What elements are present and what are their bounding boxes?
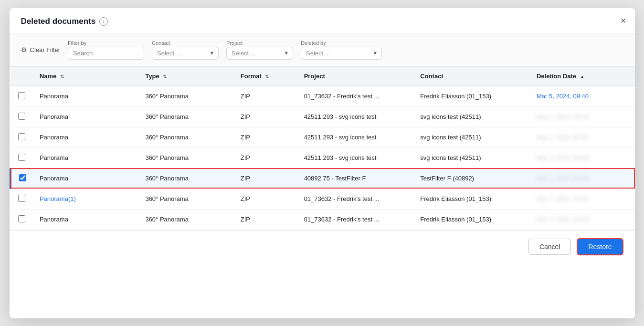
row-project: 01_73632 - Fredrik's test ... xyxy=(296,189,413,209)
row-project: 42511.293 - svg icons test xyxy=(296,147,413,168)
row-checkbox-cell xyxy=(11,189,32,209)
row-checkbox-cell xyxy=(11,168,32,189)
row-contact: TestFilter F (40892) xyxy=(412,168,529,189)
row-type: 360° Panorama xyxy=(137,147,232,168)
row-project: 40892.75 - TestFilter F xyxy=(296,168,413,189)
row-checkbox[interactable] xyxy=(18,92,25,99)
col-header-project: Project xyxy=(296,67,413,86)
project-filter-wrap: Project Select ... ▼ xyxy=(226,40,293,60)
col-header-type[interactable]: Type ⇅ xyxy=(137,67,232,86)
deleted-documents-modal: Deleted documents i × ⚙ Clear Filter Fil… xyxy=(10,8,635,318)
type-sort-icon: ⇅ xyxy=(163,74,167,79)
modal-footer: Cancel Restore xyxy=(10,230,635,263)
filter-by-label: Filter by xyxy=(68,40,144,46)
row-format: ZIP xyxy=(233,147,296,168)
row-deletion-date: Mar 1, 2024, 00:00 xyxy=(529,147,635,168)
table-row: Panorama360° PanoramaZIP01_73632 - Fredr… xyxy=(11,86,635,107)
row-name[interactable]: Panorama xyxy=(32,147,138,168)
row-name[interactable]: Panorama xyxy=(32,86,138,107)
info-icon[interactable]: i xyxy=(99,17,108,26)
row-checkbox-cell xyxy=(11,127,32,147)
project-label: Project xyxy=(226,40,293,46)
table-header-row: Name ⇅ Type ⇅ Format ⇅ Project Contact D… xyxy=(11,67,635,86)
filter-by-wrap: Filter by xyxy=(68,40,144,60)
modal-header: Deleted documents i × xyxy=(10,8,635,33)
table-row: Panorama360° PanoramaZIP42511.293 - svg … xyxy=(11,147,635,168)
row-name[interactable]: Panorama(1) xyxy=(32,189,138,209)
row-name[interactable]: Panorama xyxy=(32,168,138,189)
deleted-by-select[interactable]: Select ... xyxy=(301,47,382,60)
row-checkbox-cell xyxy=(11,209,32,230)
row-format: ZIP xyxy=(233,209,296,230)
row-type: 360° Panorama xyxy=(137,209,232,230)
row-contact: Fredrik Eliasson (01_153) xyxy=(412,189,529,209)
search-input[interactable] xyxy=(68,47,144,60)
col-header-format[interactable]: Format ⇅ xyxy=(233,67,296,86)
row-deletion-date: Mar 1, 2024, 00:00 xyxy=(529,209,635,230)
row-name[interactable]: Panorama xyxy=(32,127,138,147)
table-row: Panorama(1)360° PanoramaZIP01_73632 - Fr… xyxy=(11,189,635,209)
row-contact: Fredrik Eliasson (01_153) xyxy=(412,209,529,230)
contact-select-wrapper: Select ... ▼ xyxy=(152,47,219,60)
row-type: 360° Panorama xyxy=(137,168,232,189)
row-type: 360° Panorama xyxy=(137,127,232,147)
row-format: ZIP xyxy=(233,127,296,147)
row-format: ZIP xyxy=(233,106,296,127)
filter-icon: ⚙ xyxy=(21,46,27,53)
contact-label: Contact xyxy=(152,40,219,46)
row-type: 360° Panorama xyxy=(137,86,232,107)
project-select[interactable]: Select ... xyxy=(226,47,293,60)
contact-filter-wrap: Contact Select ... ▼ xyxy=(152,40,219,60)
col-header-deletion-date[interactable]: Deletion Date ▲ xyxy=(529,67,635,86)
row-project: 42511.293 - svg icons test xyxy=(296,127,413,147)
table-row: Panorama360° PanoramaZIP42511.293 - svg … xyxy=(11,127,635,147)
select-all-header xyxy=(11,67,32,86)
row-project: 42511.293 - svg icons test xyxy=(296,106,413,127)
table-row: Panorama360° PanoramaZIP42511.293 - svg … xyxy=(11,106,635,127)
row-contact: svg icons test (42511) xyxy=(412,127,529,147)
row-deletion-date: Mar 1, 2024, 00:00 xyxy=(529,168,635,189)
row-checkbox-cell xyxy=(11,106,32,127)
contact-select[interactable]: Select ... xyxy=(152,47,219,60)
row-checkbox-cell xyxy=(11,147,32,168)
col-header-name[interactable]: Name ⇅ xyxy=(32,67,138,86)
row-project: 01_73632 - Fredrik's test ... xyxy=(296,209,413,230)
project-select-wrapper: Select ... ▼ xyxy=(226,47,293,60)
row-checkbox[interactable] xyxy=(18,154,25,161)
table-row: Panorama360° PanoramaZIP40892.75 - TestF… xyxy=(11,168,635,189)
close-button[interactable]: × xyxy=(621,16,626,25)
row-name[interactable]: Panorama xyxy=(32,106,138,127)
row-deletion-date: Mar 1, 2024, 00:00 xyxy=(529,127,635,147)
format-sort-icon: ⇅ xyxy=(265,74,269,79)
row-project: 01_73632 - Fredrik's test ... xyxy=(296,86,413,107)
clear-filter-label: Clear Filter xyxy=(30,46,61,53)
table-container: Name ⇅ Type ⇅ Format ⇅ Project Contact D… xyxy=(10,67,635,230)
row-checkbox[interactable] xyxy=(18,215,25,222)
row-type: 360° Panorama xyxy=(137,106,232,127)
table-body: Panorama360° PanoramaZIP01_73632 - Fredr… xyxy=(11,86,635,230)
restore-button[interactable]: Restore xyxy=(577,238,623,255)
row-contact: svg icons test (42511) xyxy=(412,147,529,168)
clear-filter-button[interactable]: ⚙ Clear Filter xyxy=(21,46,61,53)
row-type: 360° Panorama xyxy=(137,189,232,209)
row-checkbox[interactable] xyxy=(18,113,25,120)
cancel-button[interactable]: Cancel xyxy=(528,239,571,255)
deleted-by-label: Deleted by xyxy=(301,40,382,46)
modal-title: Deleted documents xyxy=(21,17,96,26)
row-contact: svg icons test (42511) xyxy=(412,106,529,127)
name-sort-icon: ⇅ xyxy=(60,74,64,79)
row-checkbox[interactable] xyxy=(19,174,26,181)
row-format: ZIP xyxy=(233,168,296,189)
row-name[interactable]: Panorama xyxy=(32,209,138,230)
deleted-by-select-wrapper: Select ... ▼ xyxy=(301,47,382,60)
row-checkbox[interactable] xyxy=(18,133,25,140)
filter-bar: ⚙ Clear Filter Filter by Contact Select … xyxy=(10,33,635,67)
documents-table: Name ⇅ Type ⇅ Format ⇅ Project Contact D… xyxy=(10,67,635,230)
row-deletion-date: Mar 1, 2024, 00:00 xyxy=(529,106,635,127)
row-contact: Fredrik Eliasson (01_153) xyxy=(412,86,529,107)
table-row: Panorama360° PanoramaZIP01_73632 - Fredr… xyxy=(11,209,635,230)
row-checkbox[interactable] xyxy=(18,195,25,202)
deleted-by-filter-wrap: Deleted by Select ... ▼ xyxy=(301,40,382,60)
row-checkbox-cell xyxy=(11,86,32,107)
row-deletion-date: Mar 5, 2024, 09:40 xyxy=(529,86,635,107)
